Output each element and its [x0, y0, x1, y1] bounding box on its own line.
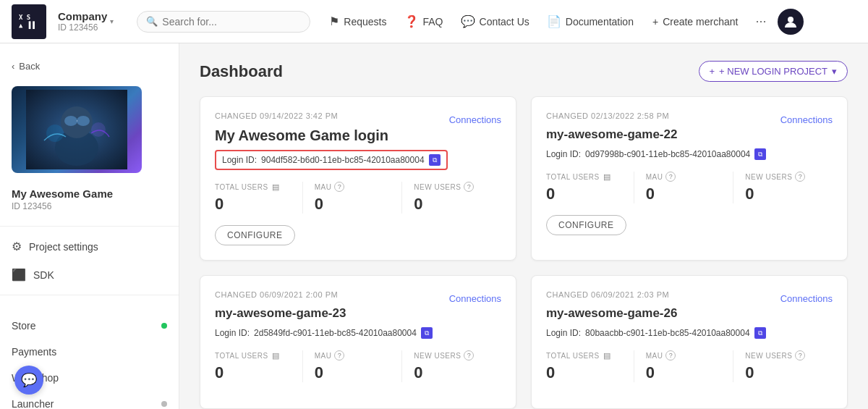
- back-arrow-icon: ‹: [12, 61, 14, 72]
- configure-button-0[interactable]: CONFIGURE: [215, 225, 295, 245]
- total-users-value-2: 0: [215, 363, 302, 382]
- svg-point-9: [46, 125, 64, 142]
- svg-point-2: [788, 17, 793, 22]
- mau-value-2: 0: [315, 363, 402, 382]
- copy-icon-1[interactable]: [754, 148, 766, 160]
- stats-row-0: TOTAL USERS ▤ 0 MAU ? 0: [215, 182, 501, 214]
- avatar[interactable]: [778, 9, 804, 35]
- requests-icon: ⚑: [329, 14, 339, 28]
- table-icon-3: ▤: [603, 350, 613, 360]
- faq-link[interactable]: ❓ FAQ: [397, 10, 451, 33]
- login-card-2: CHANGED 06/09/2021 2:00 PM Connections m…: [200, 275, 516, 409]
- login-id-label-3: Login ID:: [546, 328, 581, 338]
- login-id-row-2: Login ID: 2d5849fd-c901-11eb-bc85-42010a…: [215, 327, 433, 339]
- card-meta-row-1: CHANGED 02/13/2022 2:58 PM Connections: [546, 111, 833, 127]
- stat-mau-1: MAU ? 0: [634, 172, 733, 203]
- new-users-help-icon-2[interactable]: ?: [464, 350, 474, 360]
- card-title-2: my-awesome-game-23: [215, 306, 501, 321]
- sidebar-item-payments[interactable]: Payments: [0, 339, 179, 365]
- brand-logo: X S ▲ ▐▐: [12, 4, 46, 39]
- svg-point-10: [91, 122, 106, 137]
- top-navigation: X S ▲ ▐▐ Company ID 123456 ▾ 🔍 ⚑ Request…: [0, 0, 868, 43]
- game-title: My Awesome Game: [0, 182, 179, 201]
- stat-total-users-1: TOTAL USERS ▤ 0: [546, 172, 634, 203]
- login-card-0: CHANGED 09/14/2022 3:42 PM Connections M…: [200, 96, 516, 261]
- main-content: Dashboard + + NEW LOGIN PROJECT ▾ CHANGE…: [179, 43, 868, 409]
- card-connections-2[interactable]: Connections: [449, 293, 501, 304]
- copy-icon-3[interactable]: [754, 327, 766, 339]
- login-id-row-1: Login ID: 0d97998b-c901-11eb-bc85-42010a…: [546, 148, 766, 160]
- table-icon-1: ▤: [603, 172, 613, 182]
- main-layout: ‹ Back: [0, 43, 868, 409]
- mau-value-0: 0: [315, 195, 402, 214]
- new-users-value-2: 0: [414, 363, 501, 382]
- chat-icon: 💬: [21, 372, 37, 388]
- sidebar-item-store[interactable]: Store: [0, 313, 179, 339]
- login-card-3: CHANGED 06/09/2021 2:03 PM Connections m…: [531, 275, 848, 409]
- chevron-down-icon: ▾: [110, 17, 114, 25]
- stat-total-users-3: TOTAL USERS ▤ 0: [546, 350, 634, 382]
- card-connections-3[interactable]: Connections: [780, 293, 833, 304]
- stats-row-1: TOTAL USERS ▤ 0 MAU ? 0: [546, 172, 833, 203]
- sidebar-divider-1: [0, 226, 179, 227]
- chat-bubble[interactable]: 💬: [14, 366, 43, 395]
- login-id-row-0: Login ID: 904df582-b6d0-11eb-bc85-42010a…: [215, 150, 448, 170]
- configure-button-1[interactable]: CONFIGURE: [546, 215, 626, 235]
- card-title-0: My Awesome Game login: [215, 127, 501, 144]
- contact-link[interactable]: 💬 Contact Us: [454, 10, 537, 33]
- mau-help-icon-3[interactable]: ?: [665, 350, 676, 360]
- company-selector[interactable]: Company ID 123456 ▾: [52, 7, 119, 35]
- game-id: ID 123456: [0, 201, 179, 220]
- plus-icon: +: [652, 16, 658, 28]
- card-changed-1: CHANGED 02/13/2022 2:58 PM: [546, 111, 669, 120]
- documentation-link[interactable]: 📄 Documentation: [540, 10, 641, 33]
- card-meta-row-0: CHANGED 09/14/2022 3:42 PM Connections: [215, 111, 501, 127]
- stat-total-users-2: TOTAL USERS ▤ 0: [215, 350, 302, 382]
- new-users-value-1: 0: [745, 185, 833, 203]
- svg-text:▲ ▐▐: ▲ ▐▐: [19, 21, 35, 30]
- mau-help-icon-2[interactable]: ?: [334, 350, 344, 360]
- stat-total-users-0: TOTAL USERS ▤ 0: [215, 182, 302, 214]
- card-meta-row-2: CHANGED 06/09/2021 2:00 PM Connections: [215, 290, 501, 306]
- new-login-project-button[interactable]: + + NEW LOGIN PROJECT ▾: [699, 61, 848, 82]
- sidebar-item-sdk[interactable]: ⬛ SDK: [0, 261, 179, 289]
- svg-point-6: [64, 116, 77, 126]
- new-users-help-icon-3[interactable]: ?: [795, 350, 805, 360]
- stat-new-users-1: NEW USERS ? 0: [733, 172, 833, 203]
- login-id-value-1: 0d97998b-c901-11eb-bc85-42010aa80004: [585, 149, 750, 159]
- more-menu-button[interactable]: ···: [749, 9, 772, 33]
- card-connections-0[interactable]: Connections: [449, 114, 501, 125]
- sidebar: ‹ Back: [0, 43, 179, 409]
- mau-help-icon-0[interactable]: ?: [334, 182, 344, 192]
- gear-icon: ⚙: [12, 240, 22, 253]
- stat-mau-0: MAU ? 0: [302, 182, 402, 214]
- sdk-icon: ⬛: [12, 268, 26, 282]
- new-users-value-0: 0: [414, 195, 501, 214]
- company-name: Company: [58, 10, 107, 22]
- company-id: ID 123456: [58, 22, 107, 33]
- back-link[interactable]: ‹ Back: [0, 55, 179, 77]
- sidebar-item-project-settings[interactable]: ⚙ Project settings: [0, 232, 179, 261]
- login-id-label-1: Login ID:: [546, 149, 581, 159]
- new-users-help-icon-1[interactable]: ?: [795, 172, 805, 182]
- requests-link[interactable]: ⚑ Requests: [322, 10, 393, 33]
- new-users-help-icon-0[interactable]: ?: [464, 182, 474, 192]
- documentation-icon: 📄: [547, 14, 561, 28]
- stat-mau-3: MAU ? 0: [634, 350, 733, 382]
- search-box[interactable]: 🔍: [137, 11, 310, 33]
- copy-icon-0[interactable]: [429, 154, 441, 166]
- login-id-value-3: 80baacbb-c901-11eb-bc85-42010aa80004: [585, 328, 750, 338]
- copy-icon-2[interactable]: [421, 327, 433, 339]
- card-title-3: my-awesome-game-26: [546, 306, 833, 321]
- chevron-down-icon: ▾: [832, 66, 837, 77]
- svg-text:X S: X S: [19, 14, 30, 21]
- sidebar-divider-2: [0, 295, 179, 295]
- game-image: [12, 86, 142, 173]
- search-input[interactable]: [162, 16, 301, 28]
- search-icon: 🔍: [146, 16, 158, 27]
- card-connections-1[interactable]: Connections: [780, 114, 833, 125]
- create-merchant-button[interactable]: + Create merchant: [644, 12, 746, 32]
- table-icon-2: ▤: [271, 350, 281, 360]
- card-meta-row-3: CHANGED 06/09/2021 2:03 PM Connections: [546, 290, 833, 306]
- mau-help-icon-1[interactable]: ?: [665, 172, 676, 182]
